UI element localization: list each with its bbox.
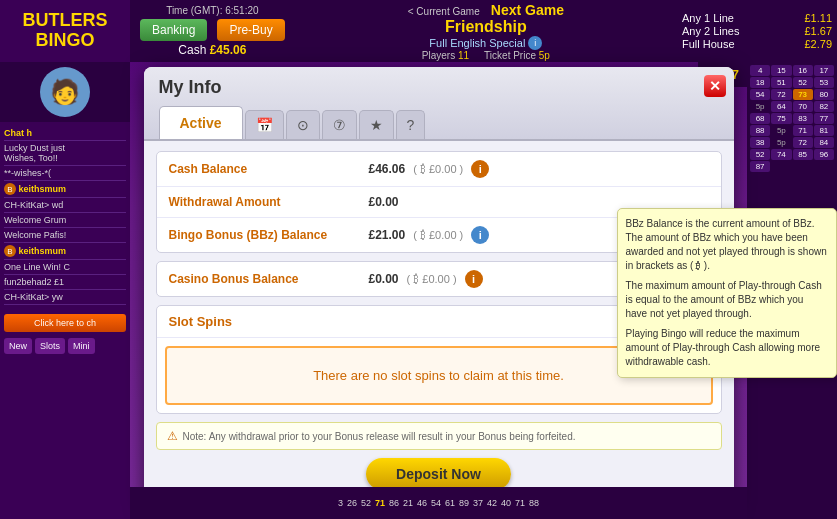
bottom-num: 21: [403, 498, 413, 508]
modal-close-button[interactable]: ✕: [704, 75, 726, 97]
bottom-num: 40: [501, 498, 511, 508]
bingo-num: 70: [793, 101, 813, 112]
bottom-num: 88: [529, 498, 539, 508]
top-bar: BUTLERS BINGO Time (GMT): 6:51:20 Bankin…: [0, 0, 837, 62]
bingo-num: 74: [771, 149, 791, 160]
prebuy-button[interactable]: Pre-Buy: [217, 19, 284, 41]
bingo-numbers: 4 15 16 17 18 51 52 53 54 72 73 80 5p 64…: [750, 65, 834, 172]
bbz-tooltip: BBz Balance is the current amount of BBz…: [617, 208, 837, 378]
my-info-modal: My Info ✕ Active 📅 ⊙ ⑦ ★ ? Cash Balance …: [144, 67, 734, 505]
chat-item: B keithsmum: [4, 245, 126, 260]
logo-area: BUTLERS BINGO: [0, 0, 130, 62]
chat-item: One Line Win! C: [4, 262, 126, 275]
bingo-num: 85: [793, 149, 813, 160]
tab-circle[interactable]: ⊙: [286, 110, 320, 139]
prize-row-3: Full House £2.79: [682, 38, 832, 50]
bbz-balance-info-icon[interactable]: i: [471, 226, 489, 244]
cash-balance-row: Cash Balance £46.06 ( ₿ £0.00 ) i: [157, 152, 721, 187]
bingo-num: 71: [793, 125, 813, 136]
special-info-icon[interactable]: i: [528, 36, 542, 50]
bingo-num: 15: [771, 65, 791, 76]
bingo-num: 72: [771, 89, 791, 100]
sp-label: 5p: [750, 101, 770, 112]
bottom-num: 71: [375, 498, 385, 508]
tab-7[interactable]: ⑦: [322, 110, 357, 139]
bottom-num: 61: [445, 498, 455, 508]
game-stats: Players 11 Ticket Price 5p: [422, 50, 550, 61]
casino-balance-info-icon[interactable]: i: [465, 270, 483, 288]
casino-balance-sub: ( ₿ £0.00 ): [407, 273, 457, 285]
bingo-num: 81: [814, 125, 834, 136]
bingo-num: 75: [771, 113, 791, 124]
casino-balance-label: Casino Bonus Balance: [169, 272, 369, 286]
bottom-num: 54: [431, 498, 441, 508]
bingo-num: 17: [814, 65, 834, 76]
logo: BUTLERS BINGO: [0, 11, 130, 51]
cash-amount: £45.06: [210, 43, 247, 57]
bingo-num: 68: [750, 113, 770, 124]
game-name: Friendship: [445, 18, 527, 36]
cash-display: Cash £45.06: [178, 43, 246, 57]
bottom-numbers-bar: 3 26 52 71 86 21 46 54 61 89 37 42 40 71…: [130, 487, 747, 519]
bingo-num: 18: [750, 77, 770, 88]
cash-balance-sub: ( ₿ £0.00 ): [413, 163, 463, 175]
chat-item: CH-KitKat> yw: [4, 292, 126, 305]
chat-area: Chat h Lucky Dust justWishes, Too!! **-w…: [0, 122, 130, 311]
tab-active[interactable]: Active: [159, 106, 243, 139]
bbz-balance-value: £21.00: [369, 228, 406, 242]
casino-balance-value: £0.00: [369, 272, 399, 286]
bingo-num: 72: [793, 137, 813, 148]
new-button[interactable]: New: [4, 338, 32, 354]
avatar: 🧑: [40, 67, 90, 117]
cash-balance-label: Cash Balance: [169, 162, 369, 176]
bottom-num: 26: [347, 498, 357, 508]
modal-header: My Info ✕ Active 📅 ⊙ ⑦ ★ ?: [144, 67, 734, 141]
prize-row-2: Any 2 Lines £1.67: [682, 25, 832, 37]
cash-balance-value: £46.06: [369, 162, 406, 176]
mini-button[interactable]: Mini: [68, 338, 95, 354]
sp-label: 5p: [771, 137, 791, 148]
chat-item: Lucky Dust justWishes, Too!!: [4, 143, 126, 166]
tab-calendar[interactable]: 📅: [245, 110, 284, 139]
chat-item: B keithsmum: [4, 183, 126, 198]
bingo-num: 82: [814, 101, 834, 112]
bingo-num: 64: [771, 101, 791, 112]
bingo-num: 4: [750, 65, 770, 76]
bingo-num: 87: [750, 161, 770, 172]
bingo-num: 54: [750, 89, 770, 100]
bottom-num: 52: [361, 498, 371, 508]
deposit-button[interactable]: Deposit Now: [366, 458, 511, 490]
chat-item: CH-KitKat> wd: [4, 200, 126, 213]
bottom-num: 46: [417, 498, 427, 508]
time-display: Time (GMT): 6:51:20: [166, 5, 258, 16]
game-nav: < Current Game Next Game: [408, 2, 564, 18]
warning-note: ⚠ Note: Any withdrawal prior to your Bon…: [156, 422, 722, 450]
prize-area: Any 1 Line £1.11 Any 2 Lines £1.67 Full …: [677, 11, 837, 51]
bingo-num: 77: [814, 113, 834, 124]
slots-button[interactable]: Slots: [35, 338, 65, 354]
bottom-num: 37: [473, 498, 483, 508]
click-here-button[interactable]: Click here to ch: [4, 314, 126, 332]
left-sidebar: 🧑 Chat h Lucky Dust justWishes, Too!! **…: [0, 62, 130, 519]
prize-row-1: Any 1 Line £1.11: [682, 12, 832, 24]
bingo-num-called: 73: [793, 89, 813, 100]
withdrawal-value: £0.00: [369, 195, 399, 209]
chat-item: Chat h: [4, 128, 126, 141]
bottom-num: 89: [459, 498, 469, 508]
warning-text: Note: Any withdrawal prior to your Bonus…: [183, 431, 576, 442]
modal-overlay: My Info ✕ Active 📅 ⊙ ⑦ ★ ? Cash Balance …: [130, 62, 747, 519]
cash-balance-info-icon[interactable]: i: [471, 160, 489, 178]
bbz-balance-sub: ( ₿ £0.00 ): [413, 229, 463, 241]
chat-item: Welcome Grum: [4, 215, 126, 228]
bingo-num: 96: [814, 149, 834, 160]
tab-star[interactable]: ★: [359, 110, 394, 139]
bingo-num: 83: [793, 113, 813, 124]
tab-help[interactable]: ?: [396, 110, 426, 139]
bbz-balance-label: Bingo Bonus (BBz) Balance: [169, 228, 369, 242]
main-info-section: Cash Balance £46.06 ( ₿ £0.00 ) i Withdr…: [156, 151, 722, 253]
bingo-num: 80: [814, 89, 834, 100]
chat-item: **-wishes-*(: [4, 168, 126, 181]
bingo-num: 52: [793, 77, 813, 88]
bingo-num: 16: [793, 65, 813, 76]
banking-button[interactable]: Banking: [140, 19, 207, 41]
